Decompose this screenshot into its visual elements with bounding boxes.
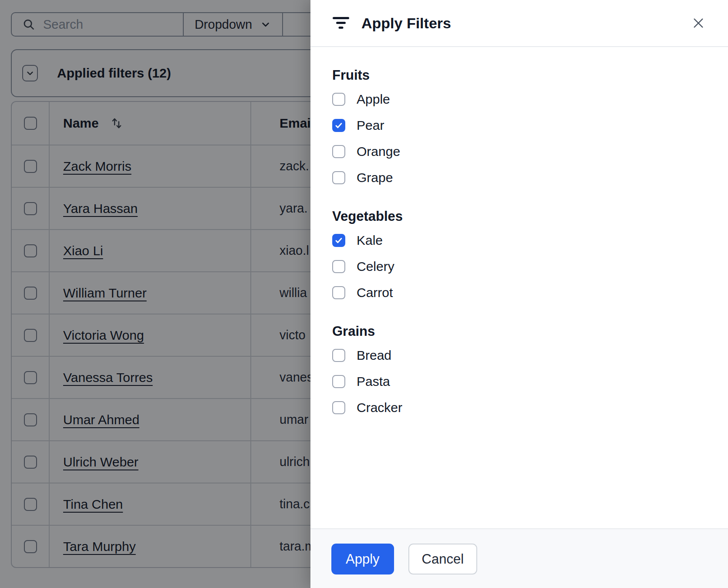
option-label: Celery	[357, 259, 394, 274]
panel-header: Apply Filters	[310, 0, 728, 47]
close-icon	[691, 16, 705, 30]
option-label: Orange	[357, 144, 400, 159]
filter-option-grape[interactable]: Grape	[332, 171, 706, 184]
panel-footer: Apply Cancel	[310, 528, 728, 588]
apply-button[interactable]: Apply	[331, 544, 394, 574]
filter-option-kale[interactable]: Kale	[332, 234, 706, 247]
checkbox-apple[interactable]	[332, 93, 345, 106]
cancel-button[interactable]: Cancel	[408, 544, 478, 574]
checkbox-kale[interactable]	[332, 234, 345, 247]
filter-option-cracker[interactable]: Cracker	[332, 401, 706, 414]
checkbox-grape[interactable]	[332, 171, 345, 184]
check-icon	[334, 236, 343, 245]
filter-option-celery[interactable]: Celery	[332, 260, 706, 273]
screen: Dropdown Applied filters (12)	[0, 0, 728, 588]
option-label: Kale	[357, 233, 383, 248]
checkbox-bread[interactable]	[332, 349, 345, 362]
checkbox-carrot[interactable]	[332, 286, 345, 299]
filter-option-pasta[interactable]: Pasta	[332, 375, 706, 388]
checkbox-pear[interactable]	[332, 119, 345, 132]
checkbox-cracker[interactable]	[332, 401, 345, 414]
option-label: Bread	[357, 348, 391, 363]
filter-group-grains: Grains Bread Pasta C	[332, 324, 706, 414]
option-label: Apple	[357, 92, 390, 107]
group-heading: Fruits	[332, 68, 706, 83]
group-heading: Vegetables	[332, 209, 706, 224]
apply-filters-panel: Apply Filters Fruits Apple	[310, 0, 728, 588]
option-label: Grape	[357, 170, 393, 185]
filter-lines-icon	[332, 17, 350, 30]
panel-content: Fruits Apple Pear Or	[310, 47, 728, 528]
checkbox-celery[interactable]	[332, 260, 345, 273]
close-button[interactable]	[691, 16, 705, 30]
checkbox-pasta[interactable]	[332, 375, 345, 388]
filter-group-fruits: Fruits Apple Pear Or	[332, 68, 706, 184]
filter-option-orange[interactable]: Orange	[332, 145, 706, 158]
filter-group-vegetables: Vegetables Kale Celery	[332, 209, 706, 299]
filter-option-apple[interactable]: Apple	[332, 93, 706, 106]
panel-title: Apply Filters	[361, 15, 451, 32]
filter-option-carrot[interactable]: Carrot	[332, 286, 706, 299]
filter-option-pear[interactable]: Pear	[332, 119, 706, 132]
option-label: Pasta	[357, 374, 390, 389]
option-label: Pear	[357, 118, 384, 133]
option-label: Cracker	[357, 400, 402, 415]
group-heading: Grains	[332, 324, 706, 339]
check-icon	[334, 121, 343, 130]
checkbox-orange[interactable]	[332, 145, 345, 158]
option-label: Carrot	[357, 285, 393, 300]
filter-option-bread[interactable]: Bread	[332, 349, 706, 362]
